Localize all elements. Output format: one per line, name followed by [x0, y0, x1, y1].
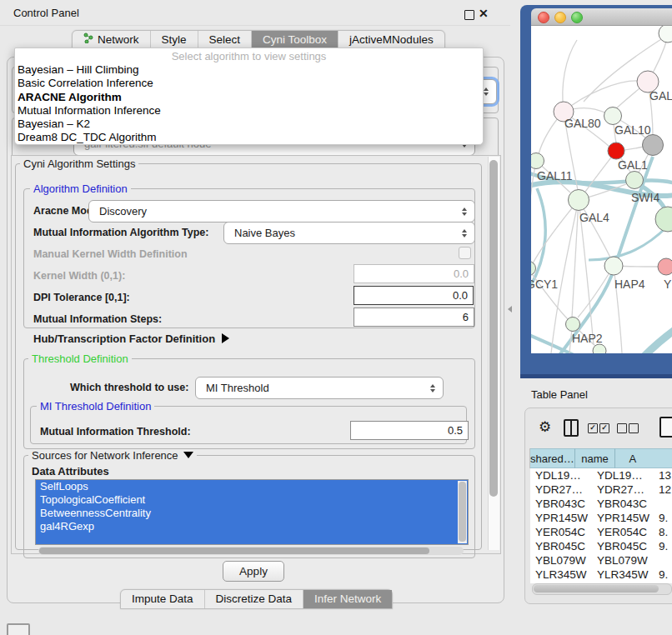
scrollbar-thumb[interactable]: [534, 585, 659, 592]
table-cell[interactable]: YBR043C: [530, 497, 592, 511]
network-node[interactable]: [655, 207, 672, 232]
column-header-shared-name[interactable]: shared…: [530, 448, 575, 468]
table-cell[interactable]: YPR145W: [592, 511, 654, 525]
deselect-all-checkbox-icon[interactable]: [629, 423, 639, 433]
network-node-gcy1[interactable]: [531, 262, 536, 276]
table-cell[interactable]: 9.: [654, 511, 672, 525]
manual-kernel-checkbox[interactable]: [459, 247, 471, 259]
dropdown-item-mutual-information[interactable]: Mutual Information Inference: [15, 104, 483, 118]
network-node-swi4[interactable]: [626, 172, 644, 189]
network-node-gal4[interactable]: [569, 190, 589, 211]
aracne-mode-combobox[interactable]: Discovery: [88, 200, 475, 222]
apply-button[interactable]: Apply: [223, 561, 284, 582]
table-row[interactable]: YDL19…YDL19…13: [530, 468, 672, 482]
network-node-gal1[interactable]: [608, 142, 624, 159]
list-horizontal-scrollbar[interactable]: [38, 547, 464, 555]
dropdown-item-bayesian-k2[interactable]: Bayesian – K2: [15, 118, 483, 131]
settings-vertical-scrollbar[interactable]: [488, 157, 499, 550]
table-cell[interactable]: 9.: [654, 568, 672, 582]
column-header-third[interactable]: A: [615, 448, 672, 468]
export-table-icon[interactable]: [659, 417, 672, 438]
dropdown-item-aracne[interactable]: ARACNE Algorithm: [15, 91, 483, 104]
table-cell[interactable]: YDL19…: [592, 468, 654, 482]
network-graph[interactable]: GALGAL80GAL10GAL1GAL11SWI4GAL4GCY1HAP4YH…: [531, 26, 672, 353]
select-all-checkbox-icon[interactable]: ✓: [599, 423, 609, 433]
table-cell[interactable]: 13: [654, 468, 672, 482]
select-all-checkbox-icon[interactable]: ✓: [588, 423, 598, 433]
data-attributes-list[interactable]: SelfLoopsTopologicalCoefficientBetweenne…: [35, 479, 469, 545]
table-cell[interactable]: YBL079W: [592, 553, 654, 568]
network-node[interactable]: [643, 135, 664, 156]
close-panel-icon[interactable]: ✕: [479, 7, 489, 20]
split-pane-collapse-arrow[interactable]: [508, 306, 512, 312]
table-cell[interactable]: YER054C: [592, 525, 654, 539]
tab-select[interactable]: Select: [198, 31, 253, 49]
table-cell[interactable]: [654, 553, 672, 568]
tab-cyni-toolbox[interactable]: Cyni Toolbox: [252, 31, 339, 49]
gear-icon[interactable]: ⚙: [539, 418, 551, 436]
table-row[interactable]: YBL079WYBL079W: [530, 553, 672, 568]
network-edge[interactable]: [564, 81, 639, 112]
hub-definition-expander[interactable]: Hub/Transcription Factor Definition: [33, 332, 229, 345]
network-node[interactable]: [593, 344, 606, 353]
table-row[interactable]: YER054CYER054C8.: [530, 525, 672, 539]
dropdown-item-basic-correlation[interactable]: Basic Correlation Inference: [15, 77, 483, 90]
table-cell[interactable]: 8.: [654, 525, 672, 539]
tab-style[interactable]: Style: [151, 31, 198, 49]
table-cell[interactable]: YLR345W: [530, 568, 592, 582]
network-node-y[interactable]: [658, 258, 672, 275]
scrollbar-thumb[interactable]: [459, 482, 466, 542]
network-node-gal10[interactable]: [604, 108, 622, 125]
tab-network[interactable]: Network: [73, 31, 151, 49]
scrollbar-thumb[interactable]: [39, 548, 429, 554]
dropdown-item-bayesian-hill-climbing[interactable]: Bayesian – Hill Climbing: [15, 63, 483, 77]
network-edge[interactable]: [563, 40, 577, 112]
mi-steps-field[interactable]: 6: [354, 308, 474, 327]
mi-type-combobox[interactable]: Naive Bayes: [223, 222, 475, 244]
column-header-name[interactable]: name: [575, 448, 616, 468]
list-vertical-scrollbar[interactable]: [458, 481, 467, 543]
table-cell[interactable]: 9.: [654, 539, 672, 553]
table-cell[interactable]: YBR045C: [530, 539, 592, 553]
table-row[interactable]: YDR27…YDR27…12: [530, 482, 672, 497]
table-horizontal-scrollbar[interactable]: [532, 583, 672, 595]
table-cell[interactable]: 12: [654, 482, 672, 497]
list-item-partial[interactable]: [36, 533, 468, 544]
column-layout-icon[interactable]: [564, 419, 579, 437]
table-cell[interactable]: YDL19…: [530, 468, 592, 482]
tab-jactivemnodules[interactable]: jActiveMNodules: [339, 31, 444, 49]
table-cell[interactable]: YLR345W: [592, 568, 654, 582]
network-node-hap4[interactable]: [604, 257, 623, 275]
table-cell[interactable]: YDR27…: [592, 482, 654, 497]
table-cell[interactable]: [654, 497, 672, 511]
table-row[interactable]: YBR043CYBR043C: [530, 497, 672, 511]
table-cell[interactable]: YER054C: [530, 525, 592, 539]
tab-infer-network[interactable]: Infer Network: [303, 590, 392, 608]
table-cell[interactable]: YBL079W: [530, 553, 592, 568]
deselect-all-checkbox-icon[interactable]: [617, 423, 627, 433]
list-item-gal4rgexp[interactable]: gal4RGexp: [36, 520, 468, 533]
minimized-panel-icon[interactable]: [7, 623, 30, 635]
table-cell[interactable]: YBR043C: [592, 497, 654, 511]
tab-impute-data[interactable]: Impute Data: [121, 590, 205, 608]
list-item-betweennesscentrality[interactable]: BetweennessCentrality: [36, 507, 468, 520]
table-row[interactable]: YPR145WYPR145W9.: [530, 511, 672, 525]
network-edge[interactable]: [644, 328, 672, 353]
dpi-tolerance-field[interactable]: 0.0: [354, 286, 474, 305]
network-node-gal11[interactable]: [531, 153, 544, 169]
tab-discretize-data[interactable]: Discretize Data: [205, 590, 304, 608]
minimize-traffic-light-icon[interactable]: [554, 12, 566, 23]
float-panel-icon[interactable]: [464, 10, 474, 20]
table-cell[interactable]: YDR27…: [530, 482, 592, 497]
table-row[interactable]: YLR345WYLR345W9.: [530, 568, 672, 582]
zoom-traffic-light-icon[interactable]: [571, 12, 583, 23]
kernel-width-field[interactable]: 0.0: [354, 264, 474, 283]
mi-threshold-field[interactable]: 0.5: [350, 421, 469, 440]
close-traffic-light-icon[interactable]: [538, 12, 549, 23]
list-item-topologicalcoefficient[interactable]: TopologicalCoefficient: [36, 493, 468, 507]
scrollbar-thumb[interactable]: [489, 160, 498, 497]
table-cell[interactable]: YPR145W: [530, 511, 592, 525]
table-row[interactable]: YBR045CYBR045C9.: [530, 539, 672, 553]
network-window-titlebar[interactable]: [531, 8, 672, 26]
table-cell[interactable]: YBR045C: [592, 539, 654, 553]
